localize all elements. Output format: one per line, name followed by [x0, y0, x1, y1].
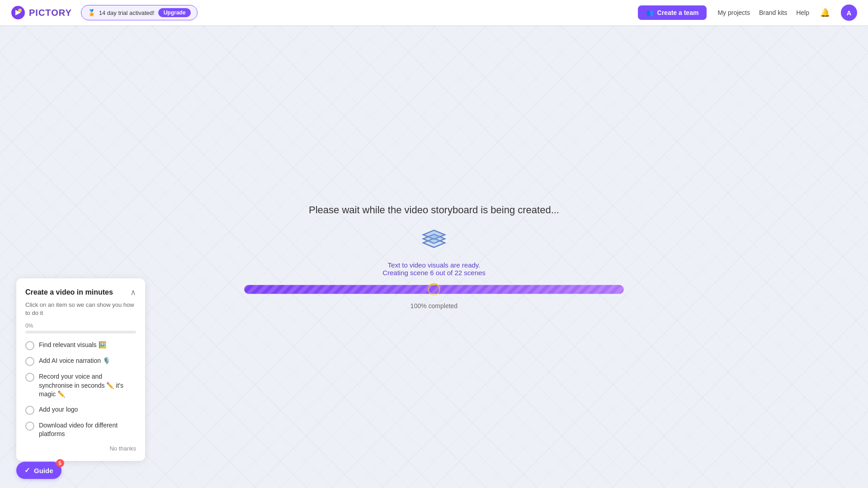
- logo-text: PICTORY: [29, 8, 72, 18]
- side-panel: Create a video in minutes ∧ Click on an …: [16, 278, 145, 461]
- create-team-label: Create a team: [657, 9, 699, 16]
- main-area: Please wait while the video storyboard i…: [0, 25, 868, 488]
- checklist-label-1: Add AI voice narration 🎙️: [39, 357, 110, 366]
- layers-icon: [420, 229, 448, 253]
- trial-text: 14 day trial activated!: [99, 9, 155, 16]
- completed-text: 100% completed: [410, 302, 458, 310]
- radio-download-video[interactable]: [25, 422, 34, 431]
- panel-progress-pct: 0%: [25, 323, 136, 329]
- nav-help[interactable]: Help: [796, 9, 809, 16]
- create-team-button[interactable]: 👥 Create a team: [638, 5, 707, 20]
- panel-title: Create a video in minutes: [25, 288, 113, 296]
- checklist-label-3: Add your logo: [39, 405, 78, 414]
- radio-ai-narration[interactable]: [25, 357, 34, 366]
- create-team-icon: 👥: [646, 9, 654, 16]
- status-line2: Creating scene 6 out of 22 scenes: [382, 269, 486, 277]
- checklist-item-0[interactable]: Find relevant visuals 🖼️: [25, 341, 136, 350]
- checklist-item-4[interactable]: Download video for different platforms: [25, 421, 136, 439]
- mini-progress-bar: [25, 331, 136, 333]
- status-line1: Text to video visuals are ready.: [382, 261, 486, 269]
- checklist-label-4: Download video for different platforms: [39, 421, 136, 439]
- center-content: Please wait while the video storyboard i…: [244, 204, 624, 310]
- notification-icon[interactable]: 🔔: [820, 8, 830, 18]
- nav-my-projects[interactable]: My projects: [717, 9, 750, 16]
- avatar[interactable]: A: [841, 5, 857, 21]
- guide-button[interactable]: ✓ Guide 5: [16, 462, 61, 479]
- nav-links: My projects Brand kits Help: [717, 9, 809, 16]
- radio-find-visuals[interactable]: [25, 341, 34, 350]
- checklist-label-2: Record your voice and synchronise in sec…: [39, 372, 136, 399]
- checklist-item-3[interactable]: Add your logo: [25, 405, 136, 415]
- wait-message: Please wait while the video storyboard i…: [309, 204, 559, 216]
- radio-record-voice[interactable]: [25, 373, 34, 382]
- trial-icon: 🏅: [88, 9, 95, 16]
- trial-badge: 🏅 14 day trial activated! Upgrade: [81, 5, 198, 20]
- header: PICTORY 🏅 14 day trial activated! Upgrad…: [0, 0, 868, 25]
- guide-label: Guide: [34, 467, 53, 474]
- svg-point-1: [18, 9, 22, 12]
- header-right: 👥 Create a team My projects Brand kits H…: [638, 5, 857, 21]
- logo-icon: [11, 5, 25, 20]
- radio-add-logo[interactable]: [25, 406, 34, 415]
- checklist-item-2[interactable]: Record your voice and synchronise in sec…: [25, 372, 136, 399]
- panel-subtitle: Click on an item so we can show you how …: [25, 301, 136, 317]
- checklist-label-0: Find relevant visuals 🖼️: [39, 341, 106, 350]
- logo: PICTORY: [11, 5, 72, 20]
- status-text: Text to video visuals are ready. Creatin…: [382, 261, 486, 277]
- nav-brand-kits[interactable]: Brand kits: [759, 9, 787, 16]
- checklist-item-1[interactable]: Add AI voice narration 🎙️: [25, 357, 136, 366]
- guide-checkmark-icon: ✓: [24, 466, 30, 474]
- no-thanks-button[interactable]: No thanks: [25, 445, 136, 452]
- panel-collapse-button[interactable]: ∧: [130, 287, 136, 297]
- progress-spinner: [428, 283, 440, 296]
- progress-section: [244, 285, 624, 294]
- guide-badge: 5: [56, 459, 64, 467]
- header-left: PICTORY 🏅 14 day trial activated! Upgrad…: [11, 5, 198, 20]
- panel-header: Create a video in minutes ∧: [25, 287, 136, 297]
- upgrade-button[interactable]: Upgrade: [158, 8, 191, 17]
